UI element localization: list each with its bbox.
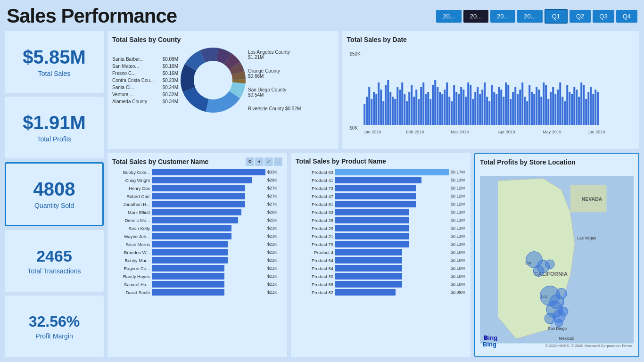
svg-rect-23 <box>385 85 387 125</box>
product-bar-fill <box>335 201 416 207</box>
quarter-btn-q2[interactable]: Q2 <box>570 10 591 23</box>
timeseries-svg: $50K $0K Jan 2019 Feb 2019 Mar 2019 Apr … <box>347 47 635 134</box>
product-bar-fill <box>335 233 409 239</box>
donut-label-name: Alameda County <box>112 99 147 104</box>
svg-rect-17 <box>371 99 372 125</box>
kpi-profit-margin-label: Profit Margin <box>35 332 73 340</box>
svg-rect-74 <box>505 82 507 125</box>
svg-rect-105 <box>578 97 580 125</box>
donut-label-name: Fresno C... <box>112 71 135 76</box>
customer-bar-track <box>152 185 265 191</box>
product-bar-label: Product 63 <box>296 170 333 175</box>
product-bar-track <box>335 169 449 175</box>
customer-bar-track <box>152 257 265 263</box>
svg-rect-91 <box>545 85 547 125</box>
more-icon[interactable]: … <box>274 157 282 166</box>
customer-bar-fill <box>152 241 228 247</box>
svg-rect-58 <box>467 82 469 125</box>
svg-rect-20 <box>378 82 380 125</box>
svg-text:$50K: $50K <box>349 51 361 57</box>
product-bar-value: $0.12M <box>451 194 466 198</box>
customer-bar-row: Sean Morris $22K <box>112 241 282 247</box>
svg-rect-108 <box>585 99 587 125</box>
svg-point-141 <box>545 313 555 324</box>
svg-rect-59 <box>470 85 471 125</box>
filter-icon[interactable]: ▼ <box>255 157 264 166</box>
customer-title-row: Total Sales by Customer Name ⚙ ▼ ⤢ … <box>112 157 282 166</box>
quarter-btn-q1[interactable]: Q1 <box>545 9 568 24</box>
product-bar-label: Product 41 <box>296 178 333 183</box>
svg-text:𝐁: 𝐁 <box>484 334 488 341</box>
svg-rect-113 <box>597 92 599 125</box>
product-bar-fill <box>335 281 402 288</box>
year-btn-2[interactable]: 20... <box>490 10 515 23</box>
kpi-total-profits-value: $1.91M <box>23 112 85 133</box>
customer-bar-label: Bobby Mur... <box>112 258 150 263</box>
donut-label-value: $0.34M <box>163 99 178 104</box>
svg-rect-14 <box>363 104 365 125</box>
product-bar-row: Product 30 $0.10M <box>296 273 466 280</box>
svg-rect-89 <box>540 97 542 125</box>
product-bar-track <box>335 225 449 231</box>
customer-bar-value: $27K <box>267 186 282 190</box>
kpi-profit-margin: 32.56% Profit Margin <box>5 296 104 357</box>
product-bar-track <box>335 281 449 288</box>
customer-bar-value: $33K <box>267 170 282 174</box>
svg-rect-110 <box>590 87 592 125</box>
product-bar-track <box>335 185 449 191</box>
product-bar-value: $0.10M <box>451 282 466 287</box>
customer-bar-label: Bobby Cole... <box>112 170 150 175</box>
product-bar-row: Product 47 $0.12M <box>296 193 466 199</box>
product-bars-container[interactable]: Product 63 $0.17M Product 41 $0.13M Prod… <box>296 169 466 297</box>
svg-rect-39 <box>422 82 424 125</box>
top-charts-row: Total Sales by County Santa Barbar... $0… <box>107 31 639 149</box>
svg-rect-76 <box>510 99 512 125</box>
svg-rect-85 <box>531 92 533 125</box>
product-bar-value: $0.10M <box>451 266 466 271</box>
svg-rect-55 <box>460 87 462 125</box>
product-bar-track <box>335 177 449 183</box>
year-btn-1[interactable]: 20... <box>463 10 488 23</box>
map-card: Total Profits by Store Location NEVADA <box>474 153 639 357</box>
svg-rect-96 <box>557 90 559 125</box>
product-bar-value: $0.10M <box>451 250 466 255</box>
svg-rect-73 <box>503 97 504 125</box>
svg-rect-66 <box>486 97 488 125</box>
svg-rect-101 <box>569 92 570 125</box>
donut-labels-left: Santa Barbar... $0.08M San Mateo... $0.1… <box>112 57 178 104</box>
donut-label-value: $0.24M <box>163 85 178 90</box>
customer-bar-fill <box>152 201 245 207</box>
product-bar-row: Product 4 $0.10M <box>296 249 466 255</box>
customer-bar-track <box>152 241 265 247</box>
svg-text:Jan 2019: Jan 2019 <box>363 130 381 134</box>
svg-rect-63 <box>479 94 481 125</box>
customer-bar-fill <box>152 169 265 175</box>
product-bar-track <box>335 217 449 223</box>
year-btn-3[interactable]: 20... <box>517 10 542 23</box>
quarter-btn-q3[interactable]: Q3 <box>593 10 614 23</box>
year-btn-0[interactable]: 20... <box>436 10 461 23</box>
product-bar-value: $0.11M <box>451 226 466 230</box>
expand-icon[interactable]: ⤢ <box>264 157 273 166</box>
kpi-total-transactions: 2465 Total Transactions <box>5 230 104 292</box>
product-bar-label: Product 29 <box>296 226 333 231</box>
svg-text:San Diego: San Diego <box>548 326 567 331</box>
product-bar-row: Product 73 $0.12M <box>296 185 466 191</box>
charts-area: Total Sales by County Santa Barbar... $0… <box>107 31 639 357</box>
customer-bars-container[interactable]: Bobby Cole... $33K Craig Wright $29K Hen… <box>112 169 282 297</box>
customer-bar-label: Dennis Mo... <box>112 218 150 223</box>
customer-bar-track <box>152 233 265 239</box>
quarter-btn-q4[interactable]: Q4 <box>616 10 637 23</box>
customer-bar-label: Samuel Ha... <box>112 282 150 287</box>
kpi-total-profits-label: Total Profits <box>37 135 71 143</box>
donut-right-value: $0.54M <box>248 92 264 98</box>
product-bar-fill <box>335 289 396 296</box>
svg-rect-124 <box>480 176 498 344</box>
svg-rect-64 <box>481 90 483 125</box>
kpi-total-sales-value: $5.85M <box>23 47 85 68</box>
svg-rect-61 <box>474 92 476 125</box>
customer-bar-fill <box>152 265 224 272</box>
product-bar-row: Product 82 $0.09M <box>296 289 466 296</box>
personalize-icon[interactable]: ⚙ <box>246 157 254 166</box>
customer-bar-fill <box>152 273 224 280</box>
